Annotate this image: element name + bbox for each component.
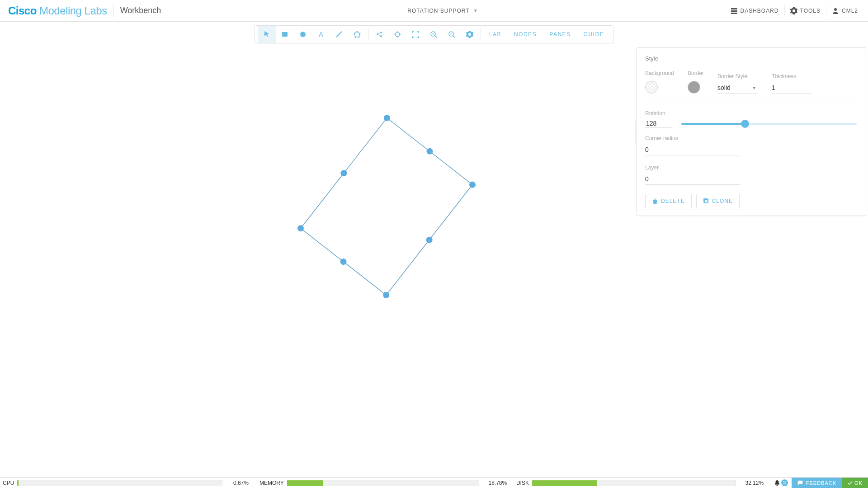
style-panel-title: Style	[645, 55, 858, 62]
rectangle-icon	[281, 31, 288, 38]
thickness-label: Thickness	[772, 73, 812, 80]
disk-bar	[532, 480, 736, 486]
share-icon	[376, 31, 383, 38]
line-icon	[335, 31, 343, 38]
disk-label: DISK	[514, 480, 529, 486]
svg-point-8	[339, 257, 348, 266]
border-style-label: Border Style	[717, 73, 758, 80]
logo-cisco: Cisco	[8, 5, 37, 17]
svg-marker-17	[354, 32, 360, 37]
svg-point-5	[296, 224, 305, 233]
svg-line-27	[378, 35, 380, 36]
tab-nodes[interactable]: NODES	[508, 31, 543, 38]
clone-label: CLONE	[712, 198, 733, 204]
background-col: Background	[645, 70, 674, 94]
svg-point-25	[380, 35, 382, 37]
mem-bar	[287, 480, 479, 486]
check-icon	[847, 480, 853, 486]
svg-rect-2	[731, 13, 737, 14]
svg-point-23	[377, 33, 378, 35]
svg-point-19	[359, 33, 360, 34]
fit-icon	[412, 31, 419, 38]
tool-select[interactable]	[258, 26, 276, 43]
clone-button[interactable]: CLONE	[696, 194, 740, 208]
tab-guide[interactable]: GUIDE	[577, 31, 611, 38]
tool-zoom-in[interactable]	[425, 26, 443, 43]
style-panel: Style Background Border Border Style sol…	[637, 47, 866, 216]
tool-center[interactable]	[388, 26, 406, 43]
dashboard-button[interactable]: DASHBOARD	[725, 5, 784, 17]
tools-button[interactable]: TOOLS	[784, 5, 826, 17]
tools-label: TOOLS	[800, 8, 821, 14]
tool-link[interactable]	[370, 26, 388, 43]
ok-label: OK	[854, 480, 863, 486]
rotation-input[interactable]	[645, 119, 672, 128]
layer-label: Layer	[645, 164, 858, 171]
ok-button[interactable]: OK	[842, 478, 868, 488]
toolbar-separator	[368, 28, 368, 41]
thickness-col: Thickness	[772, 73, 812, 94]
panel-actions: DELETE CLONE	[645, 194, 858, 208]
disk-pct: 32.12%	[739, 480, 770, 486]
svg-point-18	[356, 31, 358, 33]
user-label: CML2	[842, 8, 858, 14]
trash-icon	[652, 198, 658, 204]
notifications-button[interactable]: 3	[770, 478, 792, 488]
tab-lab[interactable]: LAB	[483, 31, 508, 38]
rotation-slider[interactable]	[681, 123, 857, 125]
svg-point-12	[468, 180, 477, 189]
tool-zoom-out[interactable]	[443, 26, 461, 43]
zoom-in-icon	[430, 31, 437, 38]
mem-label: MEMORY	[257, 480, 284, 486]
border-style-select[interactable]: solid ▼	[717, 82, 758, 94]
cpu-stat: CPU 0.67%	[0, 480, 257, 486]
pointer-icon	[263, 31, 270, 38]
toolbar-separator-2	[481, 28, 481, 41]
tool-settings[interactable]	[461, 26, 479, 43]
toolbar: A LAB NODES PANES GUIDE	[255, 25, 613, 43]
selected-rectangle[interactable]	[296, 113, 477, 300]
tool-polygon[interactable]	[348, 26, 366, 43]
tab-panes[interactable]: PANES	[543, 31, 577, 38]
tool-ellipse[interactable]	[294, 26, 312, 43]
background-swatch[interactable]	[645, 81, 658, 94]
zoom-out-icon	[448, 31, 455, 38]
tool-rectangle[interactable]	[276, 26, 294, 43]
svg-text:A: A	[319, 31, 323, 38]
notification-count: 3	[781, 479, 788, 486]
svg-point-20	[358, 37, 359, 38]
polygon-icon	[354, 31, 361, 38]
rotation-label: Rotation	[645, 110, 858, 117]
svg-point-3	[834, 8, 837, 11]
project-dropdown[interactable]: ROTATION SUPPORT ▼	[407, 8, 478, 14]
tool-line[interactable]	[330, 26, 348, 43]
cpu-label: CPU	[0, 480, 14, 486]
border-swatch[interactable]	[688, 81, 700, 94]
svg-point-21	[354, 37, 356, 38]
cpu-pct: 0.67%	[225, 480, 257, 486]
svg-line-16	[336, 32, 342, 37]
svg-point-22	[354, 33, 355, 34]
thickness-input[interactable]	[772, 82, 812, 94]
header-section: Workbench	[120, 6, 161, 15]
panel-resize-handle[interactable]	[635, 121, 637, 143]
svg-point-11	[425, 235, 434, 244]
logo-group: Cisco Modeling Labs Workbench	[8, 5, 161, 17]
style-row-1: Background Border Border Style solid ▼ T…	[645, 70, 858, 94]
tool-text[interactable]: A	[312, 26, 330, 43]
user-button[interactable]: CML2	[826, 5, 863, 17]
delete-button[interactable]: DELETE	[645, 194, 692, 208]
mem-stat: MEMORY 18.78%	[257, 480, 514, 486]
corner-input[interactable]	[645, 144, 740, 155]
clone-icon	[703, 198, 709, 204]
tool-fit[interactable]	[406, 26, 425, 43]
svg-point-28	[395, 32, 400, 37]
layer-input[interactable]	[645, 174, 740, 185]
feedback-button[interactable]: FEEDBACK	[792, 478, 842, 488]
border-style-value: solid	[717, 84, 731, 91]
mem-pct: 18.78%	[482, 480, 514, 486]
logo-ml: Modeling Labs	[39, 5, 107, 17]
svg-point-9	[425, 147, 434, 156]
border-col: Border	[688, 70, 704, 94]
svg-line-26	[378, 33, 380, 34]
